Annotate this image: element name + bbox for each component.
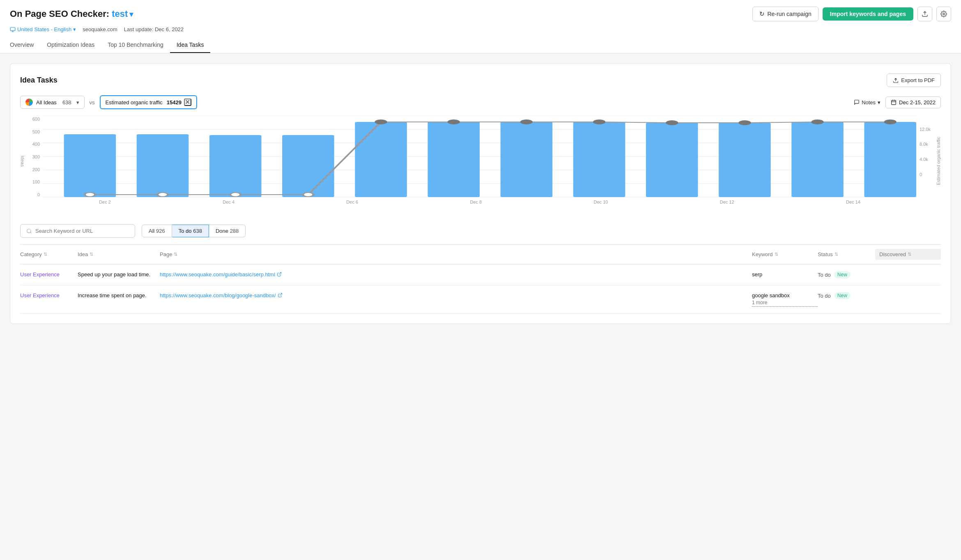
search-box[interactable] <box>20 224 135 238</box>
svg-rect-24 <box>864 122 916 197</box>
filter-section: All 926 To do 638 Done 288 <box>20 224 941 238</box>
svg-rect-15 <box>209 135 262 197</box>
chart-svg <box>43 116 916 198</box>
tab-idea-tasks[interactable]: Idea Tasks <box>170 37 211 53</box>
sort-keyword-icon[interactable]: ⇅ <box>775 252 778 257</box>
rerun-button[interactable]: ↻ Re-run campaign <box>752 7 818 21</box>
page-header: On Page SEO Checker: test▾ ↻ Re-run camp… <box>0 0 961 53</box>
badge-new-2: New <box>834 292 851 299</box>
sort-page-icon[interactable]: ⇅ <box>174 252 177 257</box>
keyword-cell-1: serp <box>752 271 818 278</box>
keyword-more-2[interactable]: 1 more <box>752 299 818 307</box>
metric-close-button[interactable]: ✕ <box>184 99 191 106</box>
svg-point-32 <box>594 120 604 124</box>
svg-point-33 <box>667 121 677 125</box>
export-icon <box>893 78 899 83</box>
sort-category-icon[interactable]: ⇅ <box>44 252 47 257</box>
comment-icon <box>854 99 860 105</box>
svg-rect-17 <box>355 122 407 197</box>
card-title: Idea Tasks <box>20 76 57 85</box>
svg-point-31 <box>521 120 531 124</box>
svg-rect-18 <box>428 122 480 197</box>
chart-right-controls: Notes ▾ Dec 2-15, 2022 <box>854 96 941 108</box>
svg-point-27 <box>230 193 241 197</box>
table-header: Category ⇅ Idea ⇅ Page ⇅ Keyword ⇅ Statu… <box>20 245 941 264</box>
category-cell-2[interactable]: User Experience <box>20 292 78 299</box>
idea-cell-2: Increase time spent on page. <box>78 292 160 299</box>
svg-point-36 <box>885 120 895 124</box>
svg-point-29 <box>376 120 386 124</box>
y-axis-right-label: Estimated organic traffic <box>936 137 941 185</box>
col-header-page: Page ⇅ <box>160 249 752 260</box>
svg-rect-16 <box>282 135 334 197</box>
svg-point-37 <box>27 229 31 232</box>
filter-tab-todo[interactable]: To do 638 <box>172 225 209 237</box>
header-top: On Page SEO Checker: test▾ ↻ Re-run camp… <box>10 7 951 21</box>
svg-point-30 <box>448 120 459 124</box>
export-pdf-button[interactable]: Export to PDF <box>887 73 941 87</box>
idea-cell-1: Speed up your page load time. <box>78 271 160 278</box>
all-ideas-selector[interactable]: All Ideas 638 ▾ <box>20 96 85 109</box>
nav-tabs: Overview Optimization Ideas Top 10 Bench… <box>10 37 951 53</box>
pie-chart-icon <box>25 99 33 106</box>
filter-tab-done[interactable]: Done 288 <box>209 225 246 237</box>
sort-discovered-icon[interactable]: ⇅ <box>908 252 911 257</box>
page-cell-1[interactable]: https://www.seoquake.com/guide/basic/ser… <box>160 271 752 278</box>
svg-point-25 <box>85 193 95 197</box>
y-axis-left-label: Ideas <box>20 156 25 167</box>
settings-button[interactable] <box>936 7 951 21</box>
project-name[interactable]: test <box>112 9 128 19</box>
col-header-idea: Idea ⇅ <box>78 249 160 260</box>
keyword-cell-2: google sandbox 1 more <box>752 292 818 307</box>
metric-tag: Estimated organic traffic 15429 ✕ <box>100 95 197 109</box>
location-selector[interactable]: United States - English ▾ <box>10 26 76 32</box>
col-header-discovered: Discovered ⇅ <box>875 249 941 260</box>
sort-status-icon[interactable]: ⇅ <box>835 252 838 257</box>
sort-idea-icon[interactable]: ⇅ <box>90 252 93 257</box>
table-row: User Experience Increase time spent on p… <box>20 285 941 314</box>
svg-rect-1 <box>10 27 15 30</box>
svg-rect-23 <box>791 122 844 197</box>
location-chevron-icon: ▾ <box>73 26 76 32</box>
data-table: Category ⇅ Idea ⇅ Page ⇅ Keyword ⇅ Statu… <box>20 244 941 314</box>
tab-overview[interactable]: Overview <box>10 37 40 53</box>
chart-controls: All Ideas 638 ▾ vs Estimated organic tra… <box>20 95 941 109</box>
notes-button[interactable]: Notes ▾ <box>854 99 881 106</box>
monitor-icon <box>10 27 16 32</box>
chevron-icon[interactable]: ▾ <box>129 10 133 18</box>
svg-point-26 <box>157 193 168 197</box>
badge-new-1: New <box>834 271 851 278</box>
tab-optimization[interactable]: Optimization Ideas <box>40 37 101 53</box>
y-axis-right: 12.0k 8.0k 4.0k 0 <box>916 116 933 198</box>
svg-rect-14 <box>137 134 189 197</box>
svg-rect-22 <box>719 123 771 197</box>
upload-button[interactable] <box>917 7 932 21</box>
category-cell-1[interactable]: User Experience <box>20 271 78 278</box>
search-input[interactable] <box>35 228 129 234</box>
import-button[interactable]: Import keywords and pages <box>823 7 913 21</box>
svg-rect-13 <box>64 134 116 197</box>
page-cell-2[interactable]: https://www.seoquake.com/blog/google-san… <box>160 292 752 299</box>
search-icon <box>26 228 32 234</box>
main-content: Idea Tasks Export to PDF All Ideas 638 ▾… <box>0 53 961 334</box>
page-title: On Page SEO Checker: test▾ <box>10 9 133 19</box>
svg-rect-20 <box>573 122 625 197</box>
tab-benchmarking[interactable]: Top 10 Benchmarking <box>101 37 170 53</box>
card-header: Idea Tasks Export to PDF <box>20 73 941 87</box>
svg-point-28 <box>303 193 313 197</box>
date-range-button[interactable]: Dec 2-15, 2022 <box>885 96 941 108</box>
svg-point-0 <box>943 13 945 15</box>
filter-tab-all[interactable]: All 926 <box>142 225 172 237</box>
status-cell-2: To do New <box>818 292 875 299</box>
vs-label: vs <box>90 99 95 106</box>
external-link-icon-2 <box>278 293 283 298</box>
status-cell-1: To do New <box>818 271 875 278</box>
notes-chevron-icon: ▾ <box>878 99 881 106</box>
table-row: User Experience Speed up your page load … <box>20 264 941 285</box>
chart-area: Ideas 600 500 400 300 200 100 0 <box>20 116 941 214</box>
svg-rect-19 <box>501 122 553 197</box>
col-header-category: Category ⇅ <box>20 249 78 260</box>
col-header-keyword: Keyword ⇅ <box>752 249 818 260</box>
svg-point-34 <box>740 121 750 125</box>
col-header-status: Status ⇅ <box>818 249 875 260</box>
